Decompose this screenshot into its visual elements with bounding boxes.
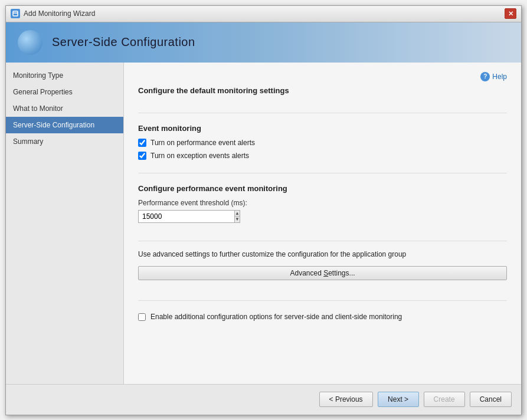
additional-options-checkbox[interactable] xyxy=(138,313,146,321)
wizard-header: Server-Side Configuration xyxy=(6,22,521,63)
exception-alerts-label: Turn on exception events alerts xyxy=(150,152,249,160)
checkbox-row-2: Turn on exception events alerts xyxy=(138,152,507,160)
spinner-buttons: ▲ ▼ xyxy=(234,210,240,223)
help-icon: ? xyxy=(480,72,490,81)
footer: < Previous Next > Create Cancel xyxy=(6,384,521,415)
advanced-settings-button[interactable]: Advanced Settings... xyxy=(138,266,507,280)
perf-config-heading: Configure performance event monitoring xyxy=(138,184,507,193)
divider-3 xyxy=(138,241,507,241)
additional-options-row: Enable additional configuration options … xyxy=(138,313,507,321)
divider-2 xyxy=(138,173,507,173)
next-button[interactable]: Next > xyxy=(378,392,419,407)
header-title: Server-Side Configuration xyxy=(52,35,195,49)
event-monitoring-heading: Event monitoring xyxy=(138,124,507,133)
sidebar-item-summary[interactable]: Summary xyxy=(6,133,123,150)
threshold-input[interactable] xyxy=(138,210,234,223)
help-link[interactable]: ? Help xyxy=(480,72,507,81)
help-label: Help xyxy=(492,73,507,81)
page-title: Configure the default monitoring setting… xyxy=(138,86,507,97)
sidebar-item-general-properties[interactable]: General Properties xyxy=(6,84,123,100)
create-button[interactable]: Create xyxy=(424,392,465,407)
sidebar-item-server-side-config[interactable]: Server-Side Configuration xyxy=(6,117,123,133)
title-bar-title: Add Monitoring Wizard xyxy=(24,9,505,18)
threshold-spinner-wrap: ▲ ▼ xyxy=(138,210,233,223)
svg-rect-0 xyxy=(13,11,18,16)
spinner-down-button[interactable]: ▼ xyxy=(235,216,240,222)
exception-alerts-checkbox[interactable] xyxy=(138,152,146,160)
header-icon xyxy=(18,30,42,55)
spinner-up-button[interactable]: ▲ xyxy=(235,211,240,217)
advanced-note: Use advanced settings to further customi… xyxy=(138,250,507,260)
title-bar: Add Monitoring Wizard ✕ xyxy=(6,6,521,22)
sidebar: Monitoring Type General Properties What … xyxy=(6,63,124,384)
perf-alerts-checkbox[interactable] xyxy=(138,139,146,147)
perf-alerts-label: Turn on performance event alerts xyxy=(150,139,255,147)
previous-button[interactable]: < Previous xyxy=(319,392,373,407)
divider-4 xyxy=(138,300,507,301)
divider-1 xyxy=(138,113,507,113)
checkbox-row-1: Turn on performance event alerts xyxy=(138,139,507,147)
close-button[interactable]: ✕ xyxy=(505,8,516,19)
advanced-settings-label: Advanced Settings... xyxy=(290,269,355,277)
main-content: ? Help Configure the default monitoring … xyxy=(124,63,521,384)
additional-options-label: Enable additional configuration options … xyxy=(150,313,402,321)
title-bar-icon xyxy=(11,9,20,18)
threshold-label: Performance event threshold (ms): xyxy=(138,199,507,207)
cancel-button[interactable]: Cancel xyxy=(470,392,512,407)
wizard-body: Monitoring Type General Properties What … xyxy=(6,63,521,384)
sidebar-item-monitoring-type[interactable]: Monitoring Type xyxy=(6,67,123,84)
help-row: ? Help xyxy=(138,72,507,81)
wizard-window: Add Monitoring Wizard ✕ Server-Side Conf… xyxy=(5,5,522,415)
sidebar-item-what-to-monitor[interactable]: What to Monitor xyxy=(6,100,123,117)
